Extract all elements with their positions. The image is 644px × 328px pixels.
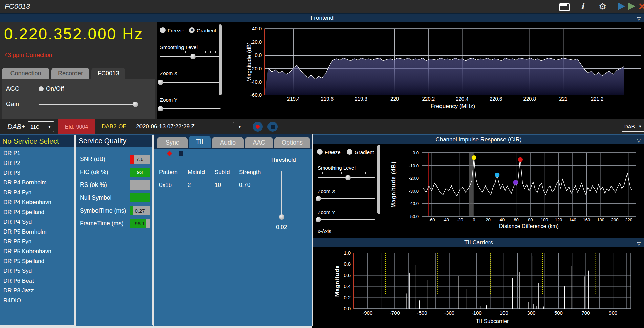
frequency-display: 0.220.352.000 Hz [4,25,143,43]
tii-table-header: MainId [188,169,205,176]
cir-gradient-checkbox[interactable] [347,149,352,155]
svg-text:-20: -20 [457,217,463,222]
svg-text:-60.0: -60.0 [250,92,262,98]
cir-zoom-x-slider-handle[interactable] [316,196,321,201]
window-icon[interactable] [559,3,570,11]
smoothing-slider-handle[interactable] [190,54,196,59]
cir-freeze-checkbox[interactable] [317,149,323,155]
zoom-x-label: Zoom X [160,70,178,76]
ppm-correction: 43 ppm Correction [5,52,52,59]
tii-table-cell: 0.70 [239,182,250,189]
info-icon[interactable]: i [581,2,584,11]
cir-zoom-y-slider[interactable] [318,219,375,220]
list-item[interactable]: DR P2 [3,160,20,167]
gear-icon[interactable]: ⚙ [599,1,606,12]
list-item[interactable]: DR P5 Fyn [3,238,31,245]
list-item[interactable]: DR P5 Syd [3,268,32,275]
cir-body: Freeze Gradient Smoothing Level Zoom X Z… [313,144,644,232]
record-dropdown[interactable]: ▼ [233,122,246,131]
frontend-body: 0.220.352.000 Hz 43 ppm Correction Conne… [0,22,644,119]
tab-sync[interactable]: Sync [157,137,188,148]
tab-audio[interactable]: Audio [212,137,244,148]
cir-smoothing-ticks [318,172,375,174]
play-green-icon[interactable] [628,2,635,10]
cir-freeze-label: Freeze [325,149,341,155]
gain-slider[interactable] [39,104,135,105]
list-item[interactable]: DR P5 Bornholm [3,228,47,235]
list-item[interactable]: R4DIO [3,297,21,304]
list-item[interactable]: DR P4 Fyn [3,189,31,196]
svg-text:-20.0: -20.0 [409,176,419,181]
collapse-icon[interactable]: ▽ [637,136,641,145]
list-item[interactable]: DR P4 Bornholm [3,179,47,186]
list-item[interactable]: DR P5 København [3,248,51,255]
svg-text:221: 221 [559,96,567,102]
list-item[interactable]: DR P3 [3,170,20,176]
svg-text:0: 0 [473,217,475,222]
chevron-down-icon: ▼ [638,124,642,128]
tab-recorder[interactable]: Recorder [51,68,89,79]
tii-table-header: Strength [239,169,261,176]
tab-tii[interactable]: TII [189,136,211,148]
detail-tab-panel: SyncTIIAudioAACOptions Threshold Pattern… [154,134,312,326]
title-bar: FC0013 i ⚙ ✕ [0,0,644,14]
tab-connection[interactable]: Connection [2,68,49,79]
svg-text:220.8: 220.8 [523,96,536,102]
stop-button[interactable] [267,122,278,132]
svg-text:100: 100 [500,310,508,316]
gradient-checkbox[interactable]: ✕ [189,27,195,33]
gain-slider-handle[interactable] [133,102,138,107]
service-quality-header: Service Quality [76,135,156,147]
svg-text:-900: -900 [362,310,372,316]
list-item[interactable]: DR P4 København [3,199,51,206]
divider [158,160,264,160]
list-item[interactable]: DR P6 Beat [3,278,34,284]
svg-text:0.2: 0.2 [344,294,351,300]
cir-header: Channel Impulse Response (CIR) ▽ [313,135,644,144]
tii-sub-legend-square [179,151,183,156]
band-dropdown[interactable]: DAB ▼ [622,121,644,132]
sq-label: FrameTime (ms) [80,220,124,227]
tab-aac[interactable]: AAC [245,137,273,148]
tii-table-cell: 2 [188,182,191,189]
fc0013-tab-pane: AGC On/Off Gain [2,79,155,119]
list-item[interactable]: DR P4 Syd [3,219,32,225]
list-item[interactable]: DR P5 Sjælland [3,258,44,265]
svg-text:-500: -500 [417,310,427,316]
cir-zoom-x-slider[interactable] [318,198,375,199]
band-value: DAB [624,124,635,129]
zoom-y-slider[interactable] [160,108,221,109]
sq-value: 93 [130,168,150,177]
frontend-vertical-slider[interactable] [219,24,222,95]
cir-zoom-y-slider-handle[interactable] [316,217,321,222]
svg-text:60: 60 [514,217,518,222]
svg-text:-40.0: -40.0 [409,201,419,206]
channel-dropdown[interactable]: 11C ▼ [28,121,54,132]
agc-toggle-label: On/Off [46,85,64,92]
tii-carriers-body: 0.00.20.40.60.81.0-900-700-500-300-10010… [313,247,644,328]
zoom-x-slider-handle[interactable] [158,80,163,85]
svg-text:300: 300 [527,310,535,316]
agc-toggle[interactable] [39,86,44,91]
tab-fc0013[interactable]: FC0013 [91,68,125,79]
list-item[interactable]: DR P8 Jazz [3,287,34,294]
zoom-y-slider-handle[interactable] [158,106,163,111]
threshold-slider[interactable] [281,171,282,219]
svg-text:0.8: 0.8 [344,261,351,267]
threshold-slider-handle[interactable] [279,214,284,220]
record-button[interactable] [253,122,263,132]
sq-value: 7.6 [130,155,150,164]
svg-text:-40: -40 [443,217,449,222]
freeze-checkbox[interactable] [160,27,166,33]
list-item[interactable]: DR P4 Sjælland [3,209,44,216]
cir-smoothing-slider-handle[interactable] [345,175,351,180]
tab-options[interactable]: Options [274,137,310,148]
cir-zoom-x-label: Zoom X [318,188,336,194]
dab-mode-label: DAB+ [7,123,25,131]
play-blue-icon[interactable] [618,2,625,10]
sq-label: Null Symbol [80,194,111,201]
zoom-x-slider[interactable] [160,82,221,83]
close-red-icon[interactable]: ✕ [638,1,644,13]
list-item[interactable]: DR P1 [3,150,20,157]
sq-label: SNR (dB) [80,156,105,163]
